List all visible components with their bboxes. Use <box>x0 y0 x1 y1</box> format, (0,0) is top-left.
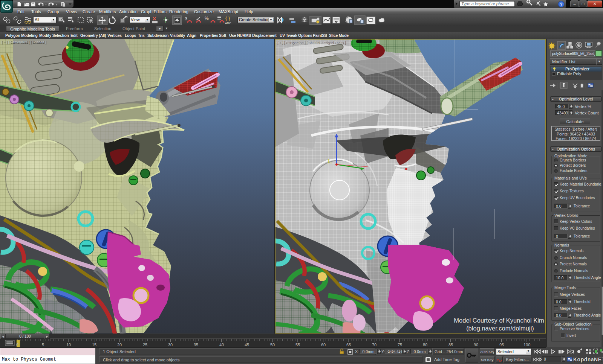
svg-text:{: { <box>225 15 227 21</box>
svg-text:(blog.naver.com/dolmuji): (blog.naver.com/dolmuji) <box>466 325 534 332</box>
svg-text:3: 3 <box>185 16 187 21</box>
svg-text:%: % <box>205 16 209 21</box>
svg-text:?: ? <box>560 2 563 6</box>
svg-text:ABC: ABC <box>225 21 231 25</box>
svg-text:Model Courtesy of Kyunchol Kim: Model Courtesy of Kyunchol Kim <box>454 317 544 324</box>
svg-text:}: } <box>228 15 230 21</box>
